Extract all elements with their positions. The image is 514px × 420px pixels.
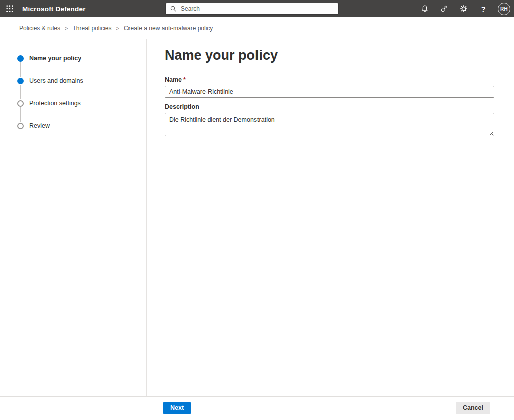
- breadcrumb-item-current: Create a new anti-malware policy: [124, 25, 213, 32]
- name-label-text: Name: [165, 76, 182, 83]
- chevron-right-icon: >: [116, 25, 119, 31]
- breadcrumb-bar: Policies & rules > Threat policies > Cre…: [0, 17, 514, 39]
- step-name-your-policy[interactable]: Name your policy: [17, 55, 146, 62]
- help-icon: ?: [481, 5, 485, 13]
- step-label: Name your policy: [29, 55, 81, 62]
- step-dot-filled: [17, 78, 24, 84]
- notifications-button[interactable]: [420, 3, 430, 15]
- cancel-button[interactable]: Cancel: [456, 402, 490, 414]
- page-title: Name your policy: [165, 46, 495, 64]
- wizard-body: Name your policy Users and domains Prote…: [0, 39, 514, 396]
- step-label: Review: [29, 122, 50, 129]
- wizard-content: Name your policy Name* Description Die R…: [147, 39, 514, 396]
- top-app-bar: Microsoft Defender: [0, 0, 514, 17]
- step-connector: [20, 62, 21, 77]
- name-field-label: Name*: [165, 76, 495, 83]
- settings-button[interactable]: [459, 3, 469, 15]
- app-launcher-button[interactable]: [0, 0, 19, 17]
- community-button[interactable]: [439, 3, 449, 15]
- bell-icon: [421, 5, 429, 13]
- app-title: Microsoft Defender: [22, 5, 86, 13]
- step-protection-settings[interactable]: Protection settings: [17, 100, 146, 107]
- step-connector: [20, 85, 21, 99]
- wizard-footer: Next Cancel: [0, 396, 514, 420]
- gear-icon: [460, 5, 468, 13]
- wizard-step-nav: Name your policy Users and domains Prote…: [0, 39, 147, 396]
- search-input[interactable]: [181, 5, 334, 12]
- step-dot-filled: [17, 55, 24, 62]
- policy-description-textarea[interactable]: Die Richtlinie dient der Demonstration: [165, 113, 494, 136]
- next-button[interactable]: Next: [163, 402, 191, 414]
- step-review[interactable]: Review: [17, 122, 146, 129]
- chevron-right-icon: >: [65, 25, 68, 31]
- step-users-and-domains[interactable]: Users and domains: [17, 77, 146, 84]
- community-icon: [440, 5, 448, 13]
- description-field-label: Description: [165, 103, 495, 110]
- policy-name-input[interactable]: [165, 86, 494, 98]
- app-launcher-icon: [6, 5, 13, 12]
- step-connector: [20, 107, 21, 122]
- defender-portal-page: Microsoft Defender: [0, 0, 514, 420]
- step-dot-hollow: [17, 123, 24, 129]
- breadcrumb-item-policies-rules[interactable]: Policies & rules: [19, 25, 60, 32]
- step-dot-hollow: [17, 100, 24, 107]
- global-search-box[interactable]: [166, 3, 338, 14]
- breadcrumb-item-threat-policies[interactable]: Threat policies: [72, 25, 111, 32]
- breadcrumb: Policies & rules > Threat policies > Cre…: [19, 25, 213, 32]
- step-label: Users and domains: [29, 77, 83, 84]
- step-label: Protection settings: [29, 100, 81, 107]
- search-icon: [170, 5, 177, 12]
- topbar-actions: ? RH: [420, 3, 514, 15]
- help-button[interactable]: ?: [478, 3, 488, 15]
- required-asterisk: *: [183, 76, 186, 83]
- account-avatar[interactable]: RH: [498, 3, 510, 15]
